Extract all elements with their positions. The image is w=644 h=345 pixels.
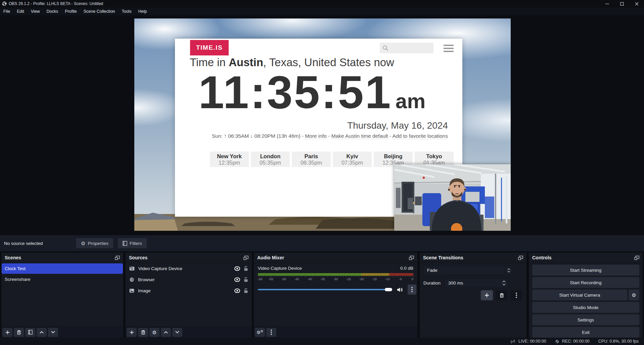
- filters-button[interactable]: Filters: [118, 238, 147, 248]
- visibility-eye-icon[interactable]: [234, 289, 240, 293]
- rec-time: REC: 00:00:00: [562, 339, 590, 344]
- volume-slider[interactable]: [258, 289, 392, 290]
- scene-item-screenshare[interactable]: Screenshare: [2, 274, 123, 285]
- timeis-logo: TIME.IS: [190, 40, 229, 55]
- combo-arrows[interactable]: [504, 266, 513, 275]
- speaker-icon[interactable]: [397, 287, 403, 292]
- popout-icon[interactable]: [115, 256, 120, 260]
- source-row-browser[interactable]: Browser: [126, 274, 252, 285]
- preview-canvas[interactable]: TIME.IS Time in Austin, Texas, United St…: [134, 18, 511, 231]
- source-down-button[interactable]: [172, 328, 182, 337]
- menu-docks[interactable]: Docks: [43, 8, 62, 15]
- visibility-eye-icon[interactable]: [234, 266, 240, 271]
- menu-edit[interactable]: Edit: [13, 8, 28, 15]
- gear-icon: ⚙: [632, 293, 636, 298]
- plus-icon: [485, 293, 489, 298]
- popout-icon[interactable]: [518, 256, 523, 260]
- remove-source-button[interactable]: [138, 328, 148, 337]
- duration-spinbox[interactable]: 300 ms: [445, 278, 508, 288]
- visibility-eye-icon[interactable]: [234, 277, 240, 282]
- remove-scene-button[interactable]: [14, 328, 24, 337]
- stream-inactive-icon: [510, 339, 516, 344]
- start-virtual-camera-button[interactable]: Start Virtual Camera: [532, 290, 627, 300]
- mixer-channel-name: Video Capture Device: [258, 266, 302, 271]
- trash-icon: [17, 330, 21, 335]
- menu-help[interactable]: Help: [135, 8, 150, 15]
- trash-icon: [500, 293, 504, 298]
- timeis-clock: 11:35:51am: [198, 66, 425, 119]
- menu-profile[interactable]: Profile: [61, 8, 80, 15]
- mixer-channel-row: Video Capture Device 0.0 dB: [254, 263, 417, 271]
- maximize-button[interactable]: [614, 0, 629, 7]
- popout-icon[interactable]: [243, 256, 248, 260]
- trash-icon: [141, 330, 145, 335]
- properties-button[interactable]: ⚙ Properties: [76, 238, 113, 248]
- settings-button[interactable]: Settings: [532, 314, 639, 325]
- transitions-dock-header[interactable]: Scene Transitions: [420, 253, 526, 263]
- controls-dock-header[interactable]: Controls: [529, 253, 643, 263]
- lock-icon[interactable]: [244, 288, 248, 293]
- menu-view[interactable]: View: [28, 8, 43, 15]
- transition-menu-button[interactable]: [510, 290, 522, 300]
- volume-slider-handle[interactable]: [385, 288, 392, 291]
- remove-transition-button[interactable]: [496, 290, 508, 300]
- scene-down-button[interactable]: [48, 328, 58, 337]
- virtual-camera-config-button[interactable]: ⚙: [629, 290, 639, 300]
- meter-scale-labels: -60 -55 -50 -45 -40 -35 -30 -25 -20 -15 …: [258, 277, 413, 282]
- lock-icon[interactable]: [244, 266, 248, 271]
- menu-scene-collection[interactable]: Scene Collection: [80, 8, 119, 15]
- minimize-button[interactable]: [600, 0, 614, 7]
- webcam-source[interactable]: [394, 164, 511, 231]
- chevron-up-icon: [164, 331, 168, 334]
- start-recording-button[interactable]: Start Recording: [532, 277, 639, 288]
- transitions-dock-title: Scene Transitions: [423, 255, 463, 260]
- scene-item-clock-test[interactable]: Clock Test: [2, 263, 123, 274]
- scenes-toolbar: [1, 327, 123, 338]
- scene-filters-button[interactable]: [25, 328, 35, 337]
- audio-mixer-dock-title: Audio Mixer: [257, 255, 284, 260]
- mixer-menu-button[interactable]: [266, 328, 276, 337]
- globe-icon: [129, 277, 134, 282]
- start-streaming-button[interactable]: Start Streaming: [532, 265, 639, 275]
- audio-mixer-dock-header[interactable]: Audio Mixer: [254, 253, 417, 263]
- lock-icon[interactable]: [244, 277, 248, 282]
- preview-area: TIME.IS Time in Austin, Texas, United St…: [0, 15, 644, 235]
- sources-dock-title: Sources: [129, 255, 147, 260]
- controls-dock: Controls Start Streaming Start Recording…: [529, 253, 643, 338]
- sources-dock-header[interactable]: Sources: [126, 253, 252, 263]
- city-box-newyork: New York 12:35pm: [210, 152, 249, 167]
- spin-up-icon[interactable]: [502, 281, 506, 283]
- plus-icon: [5, 330, 10, 335]
- chevron-up-icon: [507, 268, 510, 270]
- spin-down-icon[interactable]: [502, 284, 506, 286]
- chevron-down-icon: [507, 271, 510, 272]
- controls-dock-title: Controls: [532, 255, 552, 260]
- live-time: LIVE: 00:00:00: [518, 339, 546, 344]
- menu-bar: File Edit View Docks Profile Scene Colle…: [0, 7, 644, 15]
- source-row-image[interactable]: Image: [126, 285, 252, 296]
- city-box-kyiv: Kyiv 07:35pm: [333, 152, 372, 167]
- sources-dock: Sources Video Capture Device Browser: [126, 253, 252, 338]
- scenes-dock-header[interactable]: Scenes: [1, 253, 123, 263]
- scene-up-button[interactable]: [37, 328, 47, 337]
- menu-file[interactable]: File: [0, 8, 13, 15]
- exit-button[interactable]: Exit: [532, 327, 639, 338]
- filters-icon: [123, 241, 127, 246]
- mixer-toolbar: ⚙⚙: [254, 327, 417, 338]
- add-transition-button[interactable]: [481, 290, 493, 300]
- close-button[interactable]: [629, 0, 644, 7]
- add-source-button[interactable]: [127, 328, 137, 337]
- selected-source-toolbar: No source selected ⚙ Properties Filters: [0, 235, 644, 251]
- popout-icon[interactable]: [409, 256, 414, 260]
- duration-row: Duration 300 ms: [423, 278, 523, 288]
- popout-icon[interactable]: [634, 256, 639, 260]
- channel-menu-button[interactable]: [408, 285, 416, 295]
- add-scene-button[interactable]: [2, 328, 12, 337]
- source-up-button[interactable]: [161, 328, 171, 337]
- transition-select[interactable]: Fade: [423, 265, 513, 275]
- source-row-video-capture[interactable]: Video Capture Device: [126, 263, 252, 274]
- studio-mode-button[interactable]: Studio Mode: [532, 302, 639, 313]
- menu-tools[interactable]: Tools: [119, 8, 135, 15]
- advanced-audio-button[interactable]: ⚙⚙: [255, 328, 265, 337]
- source-properties-button[interactable]: ⚙: [149, 328, 159, 337]
